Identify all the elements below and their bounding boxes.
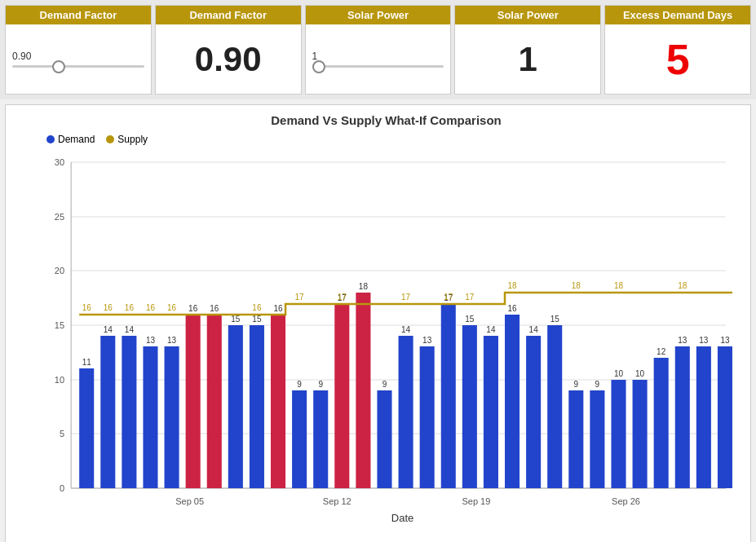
- svg-text:18: 18: [359, 282, 369, 291]
- legend-demand-dot: [46, 135, 55, 143]
- svg-text:9: 9: [297, 380, 302, 389]
- chart-legend: Demand Supply: [46, 134, 734, 145]
- svg-text:17: 17: [444, 293, 453, 302]
- legend-demand: Demand: [46, 134, 95, 145]
- svg-text:18: 18: [507, 281, 517, 290]
- svg-text:9: 9: [574, 380, 579, 389]
- bar-3: [143, 346, 157, 488]
- svg-text:14: 14: [486, 325, 496, 334]
- svg-text:17: 17: [401, 293, 411, 302]
- solar-power-display-header: Solar Power: [455, 6, 600, 24]
- svg-text:17: 17: [338, 293, 347, 302]
- demand-factor-slider-value: 0.90: [12, 51, 31, 62]
- bar-10: [292, 390, 307, 488]
- svg-text:10: 10: [614, 369, 624, 378]
- svg-text:Sep 12: Sep 12: [323, 496, 351, 506]
- solar-power-slider-body: 1: [306, 24, 451, 94]
- svg-text:Sep 26: Sep 26: [612, 496, 640, 506]
- demand-factor-slider-body: 0.90: [6, 24, 151, 94]
- chart-title: Demand Vs Supply What-If Comparison: [38, 113, 734, 127]
- bar-6: [207, 315, 222, 488]
- top-panels: Demand Factor 0.90 Demand Factor 0.90 So…: [0, 0, 756, 99]
- legend-supply: Supply: [106, 134, 148, 145]
- svg-text:16: 16: [252, 303, 262, 312]
- bar-14: [377, 390, 391, 488]
- legend-supply-dot: [106, 135, 114, 143]
- bar-27: [654, 358, 669, 488]
- chart-container: Demand Vs Supply What-If Comparison Dema…: [5, 104, 751, 542]
- bar-24: [590, 390, 604, 488]
- svg-text:13: 13: [167, 336, 177, 345]
- bar-29: [696, 346, 711, 488]
- svg-text:17: 17: [295, 293, 305, 302]
- svg-text:Sep 19: Sep 19: [462, 496, 490, 506]
- bar-12: [334, 304, 349, 488]
- svg-text:Date: Date: [391, 512, 414, 524]
- svg-text:20: 20: [55, 266, 64, 275]
- svg-text:13: 13: [720, 336, 730, 345]
- svg-text:18: 18: [614, 281, 624, 290]
- solar-power-display-panel: Solar Power 1: [454, 5, 601, 95]
- demand-factor-slider-container[interactable]: [12, 65, 144, 68]
- svg-text:13: 13: [146, 336, 156, 345]
- svg-text:16: 16: [167, 303, 177, 312]
- svg-text:30: 30: [55, 157, 64, 167]
- svg-text:16: 16: [507, 304, 517, 313]
- demand-factor-value: 0.90: [195, 40, 262, 79]
- svg-text:14: 14: [125, 325, 135, 334]
- svg-text:18: 18: [572, 281, 581, 290]
- solar-power-display-body: 1: [455, 24, 600, 94]
- solar-power-track[interactable]: [312, 65, 444, 68]
- svg-text:13: 13: [699, 336, 709, 345]
- svg-text:15: 15: [465, 315, 475, 324]
- svg-text:9: 9: [595, 380, 600, 389]
- solar-power-slider-container[interactable]: [312, 65, 444, 68]
- bar-2: [122, 336, 136, 488]
- svg-text:9: 9: [382, 380, 387, 389]
- svg-text:10: 10: [55, 375, 64, 385]
- bar-11: [313, 390, 328, 488]
- bar-9: [271, 315, 285, 488]
- bar-30: [718, 346, 732, 488]
- bar-28: [675, 346, 690, 488]
- bar-7: [228, 325, 243, 488]
- svg-text:12: 12: [657, 347, 666, 356]
- chart-svg: .axis-label { font-size: 11px; fill: #55…: [38, 150, 734, 525]
- svg-text:16: 16: [188, 304, 198, 313]
- bar-1: [100, 336, 115, 488]
- svg-text:17: 17: [465, 293, 475, 302]
- svg-text:16: 16: [82, 303, 92, 312]
- svg-text:15: 15: [231, 315, 241, 324]
- excess-demand-days-value: 5: [666, 35, 690, 84]
- svg-text:9: 9: [318, 380, 323, 389]
- legend-supply-label: Supply: [117, 134, 148, 145]
- svg-text:15: 15: [55, 320, 64, 330]
- svg-text:15: 15: [550, 315, 560, 324]
- bar-23: [568, 390, 583, 488]
- svg-text:13: 13: [422, 336, 432, 345]
- svg-text:16: 16: [104, 303, 113, 312]
- chart-area: .axis-label { font-size: 11px; fill: #55…: [38, 150, 734, 525]
- svg-text:16: 16: [125, 303, 135, 312]
- bar-20: [505, 315, 519, 488]
- svg-text:5: 5: [60, 429, 64, 438]
- excess-demand-days-header: Excess Demand Days: [605, 6, 750, 24]
- demand-factor-thumb[interactable]: [52, 60, 65, 73]
- svg-text:14: 14: [401, 325, 411, 334]
- svg-text:14: 14: [529, 325, 539, 334]
- demand-factor-track[interactable]: [12, 65, 144, 68]
- solar-power-value: 1: [519, 40, 537, 79]
- svg-text:10: 10: [635, 369, 645, 378]
- svg-text:16: 16: [146, 303, 156, 312]
- bar-15: [399, 336, 413, 488]
- bar-18: [462, 325, 477, 488]
- bar-16: [420, 346, 435, 488]
- svg-text:18: 18: [678, 281, 687, 290]
- excess-demand-days-body: 5: [605, 24, 750, 94]
- bar-17: [441, 304, 456, 488]
- bar-13: [356, 293, 370, 488]
- bar-21: [526, 336, 541, 488]
- bar-22: [547, 325, 562, 488]
- solar-power-thumb[interactable]: [312, 60, 325, 73]
- solar-power-slider-panel: Solar Power 1: [305, 5, 452, 95]
